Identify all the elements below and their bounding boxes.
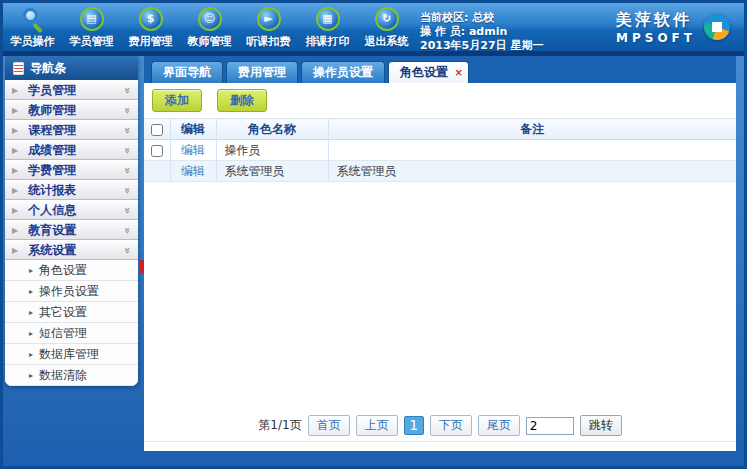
sidebar-item-label: 成绩管理	[28, 142, 76, 159]
student-manage-button[interactable]: ▤ 学员管理	[62, 3, 121, 51]
top-toolbar: 学员操作 ▤ 学员管理 $ 费用管理 ☺ 教师管理 ► 听课扣费 ▦ 排课打印 …	[3, 3, 744, 56]
sidebar-item-student-manage[interactable]: ▶ 学员管理 »	[5, 80, 138, 100]
role-name-cell: 系统管理员	[216, 161, 328, 182]
sidebar-item-teacher-manage[interactable]: ▶ 教师管理 »	[5, 100, 138, 120]
toolbar-button-label: 教师管理	[180, 34, 239, 49]
sidebar-item-education-settings[interactable]: ▶ 教育设置 »	[5, 220, 138, 240]
row-edit-cell: 编辑	[170, 140, 216, 161]
toolbar-button-label: 费用管理	[121, 34, 180, 49]
sidebar-item-label: 个人信息	[28, 202, 76, 219]
sidebar-item-course-manage[interactable]: ▶ 课程管理 »	[5, 120, 138, 140]
toolbar-button-label: 学员管理	[62, 34, 121, 49]
sidebar-subitem-other-settings[interactable]: ▸ 其它设置	[5, 302, 138, 323]
edit-link[interactable]: 编辑	[181, 143, 205, 157]
toolbar-button-label: 排课打印	[298, 34, 357, 49]
search-icon	[20, 7, 46, 31]
page-jump-input[interactable]	[526, 417, 574, 435]
edit-column-header: 编辑	[170, 119, 216, 140]
current-date: 2013年5月27日 星期一	[420, 39, 543, 53]
teacher-manage-icon: ☺	[198, 7, 222, 31]
close-icon[interactable]: ×	[455, 62, 463, 83]
arrow-right-icon: ▸	[29, 266, 33, 275]
schedule-print-button[interactable]: ▦ 排课打印	[298, 3, 357, 51]
sidebar-title: 导航条	[30, 60, 66, 77]
tab-fee-manage[interactable]: 费用管理	[226, 61, 298, 83]
sidebar-item-label: 课程管理	[28, 122, 76, 139]
note-cell	[328, 140, 736, 161]
row-checkbox[interactable]	[151, 145, 163, 157]
tab-bar: 界面导航 费用管理 操作员设置 角色设置 ×	[144, 56, 736, 83]
sidebar-subitem-role-settings[interactable]: ▸ 角色设置	[5, 260, 138, 281]
student-operations-button[interactable]: 学员操作	[3, 3, 62, 51]
sidebar-subitem-label: 操作员设置	[39, 283, 99, 300]
action-button-row: 添加 删除	[144, 83, 736, 118]
table-row: 编辑 系统管理员 系统管理员	[144, 161, 736, 182]
toolbar-button-label: 听课扣费	[239, 34, 298, 49]
select-all-cell	[144, 119, 170, 140]
jump-button[interactable]: 跳转	[580, 415, 622, 436]
arrow-right-icon: ▶	[12, 226, 18, 235]
class-deduct-button[interactable]: ► 听课扣费	[239, 3, 298, 51]
note-column-header: 备注	[328, 119, 736, 140]
last-page-button[interactable]: 尾页	[478, 415, 520, 436]
next-page-button[interactable]: 下页	[430, 415, 472, 436]
table-row: 编辑 操作员	[144, 140, 736, 161]
exit-system-button[interactable]: ↻ 退出系统	[357, 3, 416, 51]
arrow-right-icon: ▶	[12, 166, 18, 175]
arrow-right-icon: ▶	[12, 246, 18, 255]
tab-role-settings[interactable]: 角色设置 ×	[388, 61, 469, 83]
current-campus: 当前校区: 总校	[420, 11, 543, 25]
add-button[interactable]: 添加	[152, 89, 202, 112]
sidebar-item-grade-manage[interactable]: ▶ 成绩管理 »	[5, 140, 138, 160]
sidebar-header: 导航条	[5, 56, 138, 80]
sidebar-item-label: 教师管理	[28, 102, 76, 119]
arrow-right-icon: ▶	[12, 126, 18, 135]
first-page-button[interactable]: 首页	[308, 415, 350, 436]
arrow-right-icon: ▸	[29, 371, 33, 380]
fee-manage-button[interactable]: $ 费用管理	[121, 3, 180, 51]
tab-operator-settings[interactable]: 操作员设置	[301, 61, 385, 83]
chevron-expand-icon: »	[121, 146, 134, 153]
current-page-button[interactable]: 1	[404, 416, 424, 435]
table-header-row: 编辑 角色名称 备注	[144, 119, 736, 140]
select-all-checkbox[interactable]	[151, 124, 163, 136]
content-area: 界面导航 费用管理 操作员设置 角色设置 × 添加 删除	[144, 56, 736, 451]
note-cell: 系统管理员	[328, 161, 736, 182]
sidebar-subitem-database-manage[interactable]: ▸ 数据库管理	[5, 344, 138, 365]
app-window: 学员操作 ▤ 学员管理 $ 费用管理 ☺ 教师管理 ► 听课扣费 ▦ 排课打印 …	[0, 0, 747, 469]
sidebar-subitem-sms-manage[interactable]: ▸ 短信管理	[5, 323, 138, 344]
sidebar-subitem-data-clear[interactable]: ▸ 数据清除	[5, 365, 138, 386]
chevron-expand-icon: »	[121, 166, 134, 173]
page-info: 第1/1页	[258, 417, 301, 434]
prev-page-button[interactable]: 上页	[356, 415, 398, 436]
sidebar-item-system-settings[interactable]: ▶ 系统设置 »	[5, 240, 138, 260]
chevron-expand-icon: »	[121, 126, 134, 133]
chevron-expand-icon: »	[121, 186, 134, 193]
arrow-right-icon: ▸	[29, 308, 33, 317]
delete-button[interactable]: 删除	[217, 89, 267, 112]
panel-footer-divider	[144, 441, 736, 442]
chevron-expand-icon: »	[121, 226, 134, 233]
sidebar-item-report[interactable]: ▶ 统计报表 »	[5, 180, 138, 200]
edit-link[interactable]: 编辑	[181, 164, 205, 178]
current-operator: 操 作 员: admin	[420, 25, 543, 39]
class-deduct-icon: ►	[257, 7, 281, 31]
teacher-manage-button[interactable]: ☺ 教师管理	[180, 3, 239, 51]
row-edit-cell: 编辑	[170, 161, 216, 182]
arrow-right-icon: ▸	[29, 350, 33, 359]
arrow-right-icon: ▶	[12, 186, 18, 195]
sidebar-nav: 导航条 ▶ 学员管理 » ▶ 教师管理 » ▶ 课程管理 » ▶ 成绩管理 »	[5, 56, 138, 386]
row-select-cell	[144, 161, 170, 182]
sidebar-item-tuition-manage[interactable]: ▶ 学费管理 »	[5, 160, 138, 180]
sidebar-subitem-label: 角色设置	[39, 262, 87, 279]
sidebar-subitem-operator-settings[interactable]: ▸ 操作员设置	[5, 281, 138, 302]
sidebar-item-personal-info[interactable]: ▶ 个人信息 »	[5, 200, 138, 220]
nav-list-icon	[13, 62, 24, 75]
chevron-expand-icon: »	[121, 106, 134, 113]
sidebar-subitem-label: 短信管理	[39, 325, 87, 342]
logo-en: MPSOFT	[616, 31, 696, 45]
sidebar-subitem-label: 数据清除	[39, 367, 87, 384]
schedule-print-icon: ▦	[316, 7, 340, 31]
tab-ui-navigation[interactable]: 界面导航	[151, 61, 223, 83]
row-select-cell	[144, 140, 170, 161]
